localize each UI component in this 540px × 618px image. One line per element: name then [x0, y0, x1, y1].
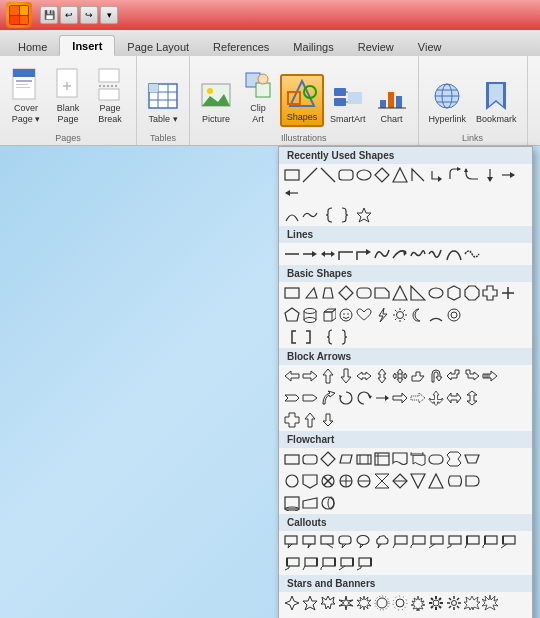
fc-summing[interactable]: [337, 472, 355, 490]
co-accent-callout1[interactable]: [463, 533, 481, 551]
table-button[interactable]: Table ▾: [143, 78, 183, 127]
bs-sun[interactable]: [391, 306, 409, 324]
clip-art-button[interactable]: ClipArt: [238, 67, 278, 127]
co-line-callout4[interactable]: [445, 533, 463, 551]
tab-mailings[interactable]: Mailings: [281, 37, 345, 56]
ba-up-down[interactable]: [373, 367, 391, 385]
shape-arrow-down[interactable]: [481, 166, 499, 184]
fc-terminator[interactable]: [427, 450, 445, 468]
shape-arrow-right2[interactable]: [499, 166, 517, 184]
sb-5star[interactable]: [301, 594, 319, 612]
line-curved-arrow[interactable]: [391, 245, 409, 263]
bs-plus[interactable]: [499, 284, 517, 302]
fc-manual-input[interactable]: [301, 494, 319, 512]
ba-arrow-callout[interactable]: [319, 411, 337, 429]
sb-8star[interactable]: [355, 594, 373, 612]
tab-page-layout[interactable]: Page Layout: [115, 37, 201, 56]
bs-pentagon[interactable]: [283, 306, 301, 324]
ba-left[interactable]: [283, 367, 301, 385]
shape-line-diag2[interactable]: [319, 166, 337, 184]
tab-view[interactable]: View: [406, 37, 454, 56]
shape-line-diag1[interactable]: [301, 166, 319, 184]
co-rect[interactable]: [283, 533, 301, 551]
bs-cube[interactable]: [319, 306, 337, 324]
fc-decision[interactable]: [319, 450, 337, 468]
co-accent-border5[interactable]: [355, 555, 373, 573]
bs-cylinder[interactable]: [301, 306, 319, 324]
line-straight[interactable]: [283, 245, 301, 263]
sb-explosion2[interactable]: [481, 594, 499, 612]
fc-data[interactable]: [337, 450, 355, 468]
shape-rectangle[interactable]: [283, 166, 301, 184]
redo-btn[interactable]: ↪: [80, 6, 98, 24]
bs-rect[interactable]: [283, 284, 301, 302]
ba-quad-arr[interactable]: [427, 389, 445, 407]
bs-snip-rect[interactable]: [373, 284, 391, 302]
bs-triangle[interactable]: [391, 284, 409, 302]
fc-delay[interactable]: [463, 472, 481, 490]
shape-arrow-right-down[interactable]: [427, 166, 445, 184]
sb-explosion1[interactable]: [463, 594, 481, 612]
sb-gear1[interactable]: [427, 594, 445, 612]
bs-bracket-right[interactable]: [301, 328, 319, 346]
bs-parallelogram[interactable]: [301, 284, 319, 302]
tab-review[interactable]: Review: [346, 37, 406, 56]
co-line-callout2[interactable]: [409, 533, 427, 551]
fc-document[interactable]: [391, 450, 409, 468]
bs-arc[interactable]: [427, 306, 445, 324]
shape-triangle[interactable]: [391, 166, 409, 184]
cover-page-button[interactable]: CoverPage ▾: [6, 67, 46, 127]
co-accent-callout2[interactable]: [481, 533, 499, 551]
sb-starburst1[interactable]: [373, 594, 391, 612]
sb-starburst3[interactable]: [409, 594, 427, 612]
ba-bent-right[interactable]: [463, 367, 481, 385]
fc-connector[interactable]: [283, 472, 301, 490]
line-bezier[interactable]: [445, 245, 463, 263]
bs-oval[interactable]: [427, 284, 445, 302]
undo-btn[interactable]: ↩: [60, 6, 78, 24]
ba-quad[interactable]: [391, 367, 409, 385]
ba-callout-right[interactable]: [409, 389, 427, 407]
ba-u-turn[interactable]: [427, 367, 445, 385]
fc-process[interactable]: [283, 450, 301, 468]
fc-sort[interactable]: [391, 472, 409, 490]
fc-direct-access[interactable]: [319, 494, 337, 512]
ba-up[interactable]: [319, 367, 337, 385]
ba-striped-right[interactable]: [481, 367, 499, 385]
hyperlink-button[interactable]: Hyperlink: [425, 78, 471, 127]
co-line-callout3[interactable]: [427, 533, 445, 551]
sb-4star2[interactable]: [337, 594, 355, 612]
picture-button[interactable]: Picture: [196, 78, 236, 127]
co-rect2[interactable]: [301, 533, 319, 551]
shape-right-angle[interactable]: [409, 166, 427, 184]
shape-brace-close[interactable]: [337, 206, 355, 224]
ba-left-right[interactable]: [355, 367, 373, 385]
smartart-button[interactable]: SmartArt: [326, 78, 370, 127]
ba-up-down-block[interactable]: [463, 389, 481, 407]
fc-predefined[interactable]: [355, 450, 373, 468]
bs-bracket-left[interactable]: [283, 328, 301, 346]
ba-right-full[interactable]: [391, 389, 409, 407]
line-freeform[interactable]: [409, 245, 427, 263]
fc-collate[interactable]: [373, 472, 391, 490]
shape-brace-open[interactable]: [319, 206, 337, 224]
chart-button[interactable]: Chart: [372, 78, 412, 127]
ba-left-right-block[interactable]: [445, 389, 463, 407]
sb-gear2[interactable]: [445, 594, 463, 612]
bs-brace-right[interactable]: [337, 328, 355, 346]
shape-star[interactable]: [355, 206, 373, 224]
page-break-button[interactable]: PageBreak: [90, 67, 130, 127]
co-cloud-callout[interactable]: [373, 533, 391, 551]
fc-sequential[interactable]: [283, 494, 301, 512]
shape-wave[interactable]: [301, 206, 319, 224]
shape-arrow-bend[interactable]: [445, 166, 463, 184]
bs-brace-left[interactable]: [319, 328, 337, 346]
fc-alt-process[interactable]: [301, 450, 319, 468]
sb-4star[interactable]: [283, 594, 301, 612]
fc-cross[interactable]: [319, 472, 337, 490]
ba-home-plate[interactable]: [301, 389, 319, 407]
fc-stored-data[interactable]: [445, 472, 463, 490]
co-rect3[interactable]: [319, 533, 337, 551]
co-accent-border4[interactable]: [337, 555, 355, 573]
more-btn[interactable]: ▾: [100, 6, 118, 24]
